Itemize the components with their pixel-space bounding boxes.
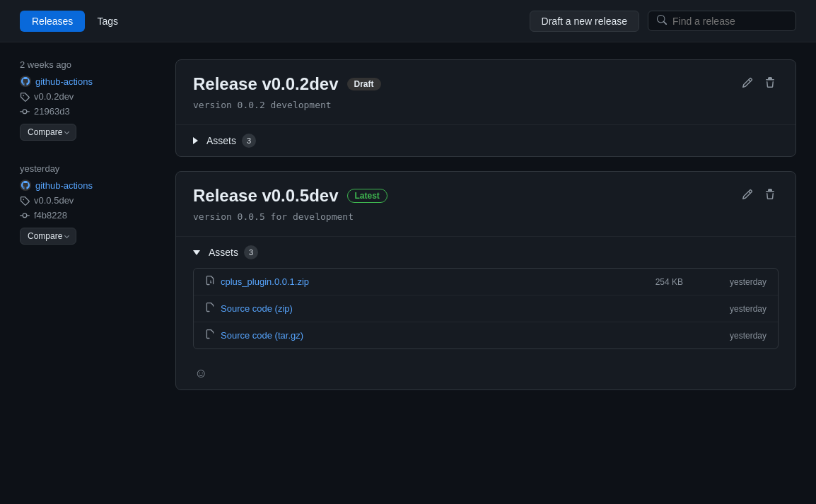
release-card-2: Release v0.0.5dev Latest version 0.0.5 f… [175, 171, 796, 390]
release-title-row-2: Release v0.0.5dev Latest [193, 186, 387, 206]
asset-size-1: 254 KB [655, 277, 683, 287]
asset-row-1: cplus_plugin.0.0.1.zip 254 KB yesterday [194, 269, 778, 295]
asset-name-1[interactable]: cplus_plugin.0.0.1.zip [221, 276, 650, 287]
sidebar-section-release-2: yesterday github-actions v0.0.5dev [20, 163, 161, 245]
compare-button-2[interactable]: Compare [20, 228, 76, 245]
release-description-1: version 0.0.2 development [193, 100, 381, 110]
tab-releases[interactable]: Releases [20, 11, 85, 32]
reactions-row-2: ☺ [176, 358, 795, 389]
latest-badge-2: Latest [347, 189, 387, 203]
assets-section-1: Assets 3 [176, 124, 795, 156]
compare-label-1: Compare [28, 127, 62, 137]
sidebar-tag-value-1: v0.0.2dev [34, 91, 74, 102]
reaction-button-2[interactable]: ☺ [193, 365, 209, 382]
asset-row-3: Source code (tar.gz) yesterday [194, 322, 778, 348]
search-input[interactable] [672, 16, 787, 27]
release-card-1: Release v0.0.2dev Draft version 0.0.2 de… [175, 59, 796, 157]
compare-label-2: Compare [28, 231, 62, 241]
sidebar-user-1: github-actions [20, 76, 161, 87]
sidebar-commit-1: 21963d3 [20, 106, 161, 117]
sidebar-timestamp-1: 2 weeks ago [20, 59, 161, 70]
assets-toggle-1[interactable]: Assets 3 [193, 134, 256, 148]
assets-label-2: Assets [209, 247, 238, 258]
release-card-header-1: Release v0.0.2dev Draft version 0.0.2 de… [176, 60, 795, 124]
main-content: 2 weeks ago github-actions v0.0.2dev [0, 42, 816, 407]
sidebar-user-2: github-actions [20, 180, 161, 191]
github-actions-avatar-1 [20, 76, 31, 87]
draft-badge-1: Draft [347, 78, 381, 90]
sidebar-commit-value-1: 21963d3 [34, 106, 70, 117]
code-icon-2 [205, 329, 215, 341]
assets-count-2: 3 [244, 245, 258, 259]
release-card-header-2: Release v0.0.5dev Latest version 0.0.5 f… [176, 172, 795, 236]
nav-right: Draft a new release [530, 11, 796, 32]
release-card-actions-2 [739, 186, 779, 203]
assets-triangle-icon-1 [193, 137, 198, 144]
assets-count-1: 3 [242, 134, 256, 148]
asset-row-2: Source code (zip) yesterday [194, 295, 778, 322]
draft-new-release-button[interactable]: Draft a new release [530, 11, 639, 32]
github-actions-avatar-2 [20, 180, 31, 191]
release-title-2: Release v0.0.5dev [193, 186, 339, 206]
sidebar-commit-2: f4b8228 [20, 210, 161, 221]
compare-button-1[interactable]: Compare [20, 124, 76, 141]
zip-icon-1 [205, 276, 215, 288]
assets-toggle-2[interactable]: Assets 3 [193, 245, 258, 259]
search-icon [657, 15, 667, 27]
asset-name-3[interactable]: Source code (tar.gz) [221, 330, 677, 341]
tab-tags[interactable]: Tags [85, 11, 130, 32]
delete-button-2[interactable] [762, 186, 779, 203]
assets-label-1: Assets [206, 135, 236, 146]
assets-section-2: Assets 3 cplus_plugin.0.0.1.zip 254 KB y [176, 236, 795, 358]
release-title-row-1: Release v0.0.2dev Draft [193, 74, 381, 94]
sidebar-tag-2: v0.0.5dev [20, 195, 161, 206]
delete-button-1[interactable] [762, 74, 779, 91]
top-nav: Releases Tags Draft a new release [0, 0, 816, 42]
sidebar: 2 weeks ago github-actions v0.0.2dev [20, 59, 175, 390]
sidebar-author-1: github-actions [35, 76, 93, 87]
sidebar-commit-value-2: f4b8228 [34, 210, 67, 221]
asset-name-2[interactable]: Source code (zip) [221, 303, 677, 314]
search-box [648, 11, 796, 31]
release-card-info-1: Release v0.0.2dev Draft version 0.0.2 de… [193, 74, 381, 110]
assets-list-2: cplus_plugin.0.0.1.zip 254 KB yesterday … [193, 268, 779, 349]
edit-button-2[interactable] [739, 186, 756, 203]
code-icon-1 [205, 303, 215, 315]
releases-list: Release v0.0.2dev Draft version 0.0.2 de… [175, 59, 796, 390]
asset-date-1: yesterday [717, 277, 767, 287]
asset-date-3: yesterday [717, 331, 767, 341]
release-title-1: Release v0.0.2dev [193, 74, 339, 94]
sidebar-timestamp-2: yesterday [20, 163, 161, 174]
asset-date-2: yesterday [717, 304, 767, 314]
sidebar-section-release-1: 2 weeks ago github-actions v0.0.2dev [20, 59, 161, 141]
release-card-actions-1 [739, 74, 779, 91]
edit-button-1[interactable] [739, 74, 756, 91]
chevron-down-icon-1 [64, 129, 69, 134]
assets-triangle-icon-2 [193, 250, 200, 255]
sidebar-tag-value-2: v0.0.5dev [34, 195, 74, 206]
sidebar-author-2: github-actions [35, 180, 93, 191]
release-card-info-2: Release v0.0.5dev Latest version 0.0.5 f… [193, 186, 387, 222]
nav-tabs: Releases Tags [20, 11, 130, 32]
sidebar-tag-1: v0.0.2dev [20, 91, 161, 102]
release-description-2: version 0.0.5 for development [193, 211, 387, 222]
chevron-down-icon-2 [64, 233, 69, 238]
